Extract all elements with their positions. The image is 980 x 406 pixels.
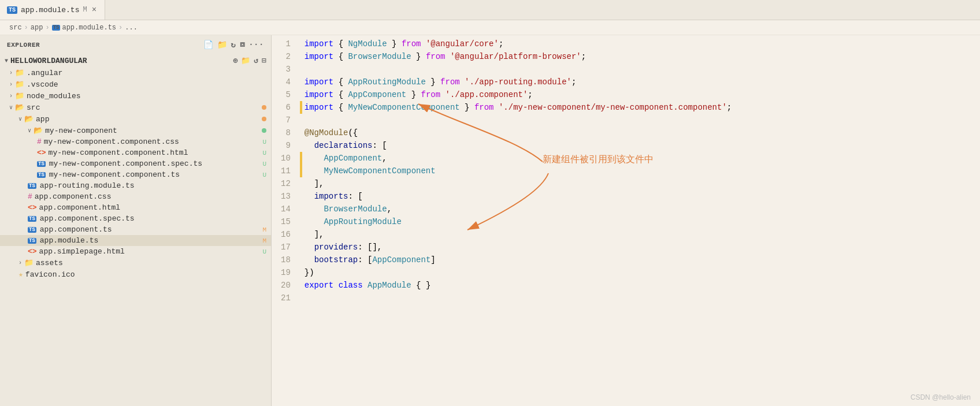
code-line-11: MyNewComponentComponent: [300, 165, 968, 177]
chevron-down-icon: ∨: [9, 104, 13, 111]
sidebar-item-app-module-ts[interactable]: TS app.module.ts M: [0, 235, 271, 246]
line-numbers: 12345 678910 1112131415 1617181920 21: [272, 38, 300, 404]
css-icon: #: [28, 192, 32, 201]
sidebar: EXPLORER 📄 📁 ↻ ⧈ ··· ▼ HELLOWORLDANGULAR…: [0, 35, 272, 406]
code-line-19: }): [300, 266, 968, 279]
code-line-20: export class AppModule { }: [300, 279, 968, 292]
untracked-badge: U: [262, 139, 266, 146]
new-file-root-icon[interactable]: ⊕: [233, 56, 238, 65]
code-line-21: [300, 292, 968, 304]
code-line-7: [300, 114, 968, 126]
folder-open-icon: 📂: [24, 114, 34, 124]
ico-icon: ★: [18, 270, 23, 279]
sidebar-item-app[interactable]: ∨ 📂 app: [0, 113, 271, 125]
sidebar-item-favicon[interactable]: ★ favicon.ico: [0, 269, 271, 280]
sidebar-header-actions: 📄 📁 ↻ ⧈ ···: [203, 40, 264, 50]
chevron-down-icon: ∨: [28, 127, 31, 134]
annotation-text: 新建组件被引用到该文件中: [543, 153, 654, 166]
code-line-16: ],: [300, 228, 968, 241]
folder-open-icon: 📂: [15, 103, 24, 112]
collapse-root-icon[interactable]: ⊟: [262, 56, 266, 65]
ts-file-icon: TS: [28, 238, 36, 244]
root-folder-label: HELLOWORLDANGULAR: [10, 57, 87, 65]
sidebar-item-my-new-component-folder[interactable]: ∨ 📂 my-new-component: [0, 125, 271, 136]
active-tab[interactable]: TS app.module.ts M ×: [0, 0, 105, 20]
chevron-right-icon: ›: [9, 70, 13, 76]
untracked-badge: U: [262, 150, 266, 157]
root-folder[interactable]: ▼ HELLOWORLDANGULAR ⊕ 📁 ↺ ⊟: [0, 54, 271, 67]
chevron-right-icon: ›: [9, 93, 13, 99]
sidebar-item-app-component-html[interactable]: <> app.component.html: [0, 202, 271, 213]
sidebar-item-node-modules[interactable]: › 📁 node_modules: [0, 90, 271, 102]
explorer-title: EXPLORER: [7, 42, 40, 49]
main-layout: EXPLORER 📄 📁 ↻ ⧈ ··· ▼ HELLOWORLDANGULAR…: [0, 35, 980, 406]
sidebar-item-app-component-css[interactable]: # app.component.css: [0, 191, 271, 202]
tab-label: app.module.ts: [21, 6, 79, 14]
code-editor: 12345 678910 1112131415 1617181920 21 im…: [272, 35, 980, 406]
ts-file-icon: TS: [37, 161, 46, 167]
src-modified-badge: [262, 105, 266, 110]
breadcrumb-ts-icon: TS: [52, 25, 61, 31]
modified-badge: M: [262, 237, 266, 244]
code-area: 12345 678910 1112131415 1617181920 21 im…: [272, 35, 980, 406]
collapse-icon[interactable]: ⧈: [240, 40, 246, 50]
tab-bar: TS app.module.ts M ×: [0, 0, 980, 20]
ts-icon: TS: [7, 6, 17, 14]
code-line-1: import { NgModule } from '@angular/core'…: [300, 38, 968, 50]
html-icon: <>: [28, 247, 37, 256]
tab-close-button[interactable]: ×: [91, 6, 98, 14]
code-line-12: ],: [300, 177, 968, 190]
watermark: CSDN @hello-alien: [911, 393, 971, 401]
folder-icon: 📁: [24, 258, 34, 267]
sidebar-item-angular[interactable]: › 📁 .angular: [0, 67, 271, 79]
code-content: import { NgModule } from '@angular/core'…: [300, 38, 980, 404]
untracked-badge: U: [262, 172, 266, 178]
breadcrumb: src › app › TS app.module.ts › ...: [0, 20, 980, 35]
sidebar-item-app-routing[interactable]: TS app-routing.module.ts: [0, 180, 271, 191]
my-new-component-untracked-badge: [262, 128, 266, 133]
sidebar-item-app-component-ts[interactable]: TS app.component.ts M: [0, 224, 271, 235]
code-line-2: import { BrowserModule } from '@angular/…: [300, 50, 968, 63]
code-line-3: [300, 63, 968, 76]
modified-badge: M: [262, 226, 266, 233]
html-icon: <>: [37, 148, 46, 157]
chevron-down-icon: ∨: [18, 116, 22, 122]
sidebar-item-src[interactable]: ∨ 📂 src: [0, 102, 271, 113]
code-line-17: providers: [],: [300, 241, 968, 254]
sidebar-item-my-new-component-ts[interactable]: TS my-new-component.component.ts U: [0, 169, 271, 180]
ts-file-icon: TS: [28, 227, 36, 233]
new-folder-icon[interactable]: 📁: [217, 40, 228, 50]
ts-file-icon: TS: [37, 172, 46, 178]
ts-file-icon: TS: [28, 183, 36, 189]
sidebar-item-my-new-component-css[interactable]: # my-new-component.component.css U: [0, 136, 271, 147]
code-line-9: declarations: [: [300, 139, 968, 152]
code-line-18: bootstrap: [AppComponent]: [300, 254, 968, 266]
sidebar-item-app-component-spec-ts[interactable]: TS app.component.spec.ts: [0, 213, 271, 224]
code-line-15: AppRoutingModule: [300, 215, 968, 228]
folder-icon: 📁: [15, 68, 24, 77]
sidebar-item-app-simplepage-html[interactable]: <> app.simplepage.html U: [0, 246, 271, 257]
code-line-5: import { AppComponent } from './app.comp…: [300, 88, 968, 101]
sidebar-item-assets[interactable]: › 📁 assets: [0, 257, 271, 269]
code-line-6: import { MyNewComponentComponent } from …: [300, 101, 968, 114]
code-line-4: import { AppRoutingModule } from './app-…: [300, 76, 968, 88]
new-file-icon[interactable]: 📄: [203, 40, 214, 50]
sidebar-item-my-new-component-spec-ts[interactable]: TS my-new-component.component.spec.ts U: [0, 158, 271, 169]
sidebar-item-my-new-component-html[interactable]: <> my-new-component.component.html U: [0, 147, 271, 158]
more-actions-icon[interactable]: ···: [248, 40, 264, 50]
refresh-root-icon[interactable]: ↺: [254, 56, 258, 65]
code-line-13: imports: [: [300, 190, 968, 203]
untracked-badge: U: [262, 248, 266, 255]
app-modified-badge: [262, 117, 266, 121]
ts-file-icon: TS: [28, 216, 36, 222]
sidebar-header: EXPLORER 📄 📁 ↻ ⧈ ···: [0, 35, 271, 54]
chevron-right-icon: ›: [9, 81, 13, 88]
refresh-icon[interactable]: ↻: [231, 40, 236, 50]
root-chevron-icon: ▼: [5, 58, 8, 64]
new-folder-root-icon[interactable]: 📁: [241, 56, 250, 65]
sidebar-item-vscode[interactable]: › 📁 .vscode: [0, 79, 271, 90]
folder-open-icon: 📂: [34, 126, 43, 135]
chevron-right-icon: ›: [18, 260, 22, 266]
folder-icon: 📁: [15, 80, 24, 89]
tab-modified-indicator: M: [83, 6, 87, 14]
